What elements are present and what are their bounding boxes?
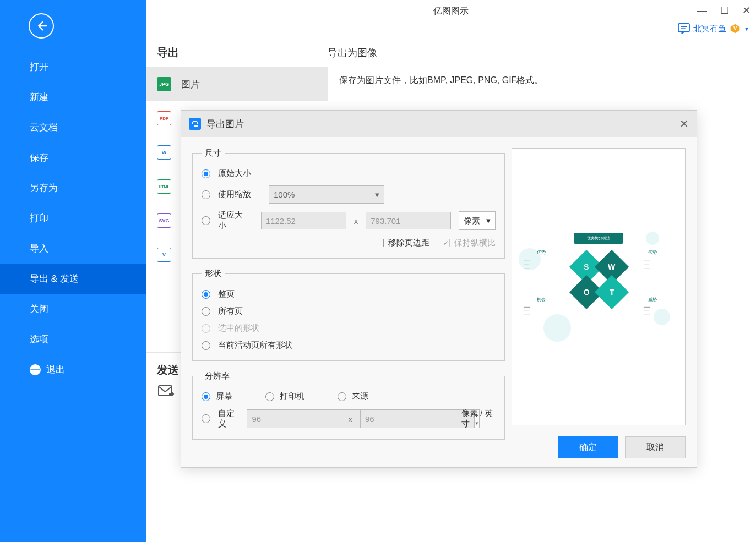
export-item-image[interactable]: JPG 图片	[146, 67, 328, 101]
label-original-size: 原始大小	[218, 168, 251, 179]
sidebar-item-close[interactable]: 关闭	[0, 294, 146, 324]
visio-icon: V	[157, 248, 171, 262]
word-icon: W	[157, 145, 171, 160]
dpi-x-spinner[interactable]: ▲▼	[247, 409, 340, 428]
height-input[interactable]	[366, 212, 451, 229]
swot-txt: ━━━━━━━━━━━	[524, 305, 558, 317]
label-keep-aspect: 保持纵横比	[454, 238, 496, 248]
checkbox-remove-margin[interactable]	[376, 239, 384, 247]
radio-source[interactable]	[338, 392, 346, 401]
radio-original-size[interactable]	[202, 169, 210, 178]
chat-icon	[678, 23, 690, 34]
sidebar-item-exit[interactable]: —退出	[0, 354, 146, 385]
radio-active-page-shapes[interactable]	[202, 341, 210, 350]
sidebar-item-open[interactable]: 打开	[0, 52, 146, 82]
chevron-down-icon: ▾	[375, 190, 379, 200]
dpi-y-spinner[interactable]: ▲▼	[360, 409, 454, 428]
export-subheading: 导出为图像	[328, 46, 756, 59]
arrow-left-icon	[35, 20, 47, 32]
swot-preview: 优劣势分析法 S W O T 优势 劣势 机会 威胁 ━━━━━━━━━━━ ━…	[521, 232, 676, 342]
username-label: 北冥有鱼	[693, 24, 726, 34]
chevron-down-icon: ▾	[486, 216, 491, 226]
svg-text:V: V	[733, 25, 737, 31]
radio-use-zoom[interactable]	[202, 190, 210, 199]
exit-icon: —	[30, 364, 41, 375]
minimize-button[interactable]: —	[697, 5, 707, 17]
dialog-titlebar: 导出图片 ✕	[181, 111, 697, 137]
sidebar-item-export-send[interactable]: 导出 & 发送	[0, 264, 146, 294]
label-selected-shapes: 选中的形状	[218, 323, 259, 333]
radio-full-page[interactable]	[202, 290, 210, 299]
label-remove-margin: 移除页边距	[388, 238, 429, 248]
swot-lbl-w: 劣势	[648, 249, 670, 255]
label-fit-size: 适应大小	[218, 210, 243, 231]
ok-button[interactable]: 确定	[558, 436, 618, 458]
swot-t-box: T	[595, 275, 629, 309]
resolution-legend: 分辨率	[202, 371, 233, 381]
radio-all-pages[interactable]	[202, 307, 210, 316]
dialog-close-button[interactable]: ✕	[679, 117, 689, 130]
export-item-label: 图片	[181, 78, 200, 91]
x-label: x	[348, 414, 352, 424]
radio-selected-shapes	[202, 324, 210, 333]
radio-printer[interactable]	[265, 392, 274, 401]
resolution-fieldset: 分辨率 屏幕 打印机 来源 自定义 ▲▼ x ▲▼ 像素 / 英寸	[192, 371, 505, 440]
html-icon: HTML	[157, 179, 171, 194]
section-header: 导出 导出为图像	[146, 39, 756, 67]
label-screen: 屏幕	[216, 391, 232, 402]
export-heading: 导出	[146, 45, 328, 60]
jpg-icon: JPG	[157, 77, 171, 91]
label-source: 来源	[352, 391, 368, 402]
sidebar-item-save[interactable]: 保存	[0, 143, 146, 173]
back-button[interactable]	[29, 13, 54, 39]
sidebar-item-new[interactable]: 新建	[0, 82, 146, 112]
sidebar-item-saveas[interactable]: 另存为	[0, 173, 146, 203]
cancel-button[interactable]: 取消	[625, 436, 686, 458]
shape-fieldset: 形状 整页 所有页 选中的形状 当前活动页所有形状	[192, 269, 505, 361]
export-detail-text: 保存为图片文件，比如BMP, JPEG, PNG, GIF格式。	[328, 67, 756, 94]
preview-panel: 优劣势分析法 S W O T 优势 劣势 机会 威胁 ━━━━━━━━━━━ ━…	[512, 148, 686, 425]
user-dropdown-caret-icon[interactable]: ▼	[744, 26, 749, 32]
svg-icon: SVG	[157, 213, 171, 228]
maximize-button[interactable]: ☐	[720, 4, 729, 17]
sidebar-item-options[interactable]: 选项	[0, 324, 146, 354]
swot-txt: ━━━━━━━━━━━	[644, 259, 678, 271]
pdf-icon: PDF	[157, 111, 171, 125]
radio-custom[interactable]	[202, 414, 210, 423]
mail-send-icon	[158, 385, 175, 399]
shape-legend: 形状	[202, 269, 225, 279]
label-all-pages: 所有页	[218, 306, 243, 316]
x-label: x	[354, 216, 358, 226]
send-mail-item[interactable]	[158, 385, 175, 402]
vip-badge-icon: V	[730, 23, 741, 34]
size-fieldset: 尺寸 原始大小 使用缩放 100%▾ 适应大小 x 像素▾	[192, 148, 505, 259]
radio-screen[interactable]	[202, 392, 210, 401]
label-printer: 打印机	[280, 391, 304, 402]
label-full-page: 整页	[218, 289, 235, 299]
app-title: 亿图图示	[433, 6, 469, 17]
swot-lbl-s: 优势	[537, 249, 559, 255]
label-custom: 自定义	[218, 408, 239, 429]
dpi-unit-label: 像素 / 英寸	[461, 408, 496, 429]
unit-combo[interactable]: 像素▾	[459, 211, 496, 230]
user-area[interactable]: 北冥有鱼 V ▼	[678, 23, 749, 34]
swot-title: 优劣势分析法	[574, 233, 623, 244]
swot-txt: ━━━━━━━━━━━	[524, 259, 558, 271]
sidebar-item-import[interactable]: 导入	[0, 233, 146, 264]
swot-lbl-t: 威胁	[648, 297, 670, 303]
titlebar: 亿图图示	[146, 0, 756, 22]
sidebar-item-cloud[interactable]: 云文档	[0, 112, 146, 143]
dialog-title-text: 导出图片	[206, 118, 244, 130]
export-image-dialog: 导出图片 ✕ 尺寸 原始大小 使用缩放 100%▾ 适应大小	[181, 110, 697, 468]
window-controls: — ☐ ✕	[697, 4, 750, 17]
label-use-zoom: 使用缩放	[218, 189, 251, 200]
zoom-combo[interactable]: 100%▾	[269, 185, 384, 204]
close-window-button[interactable]: ✕	[742, 4, 750, 17]
svg-rect-0	[678, 24, 689, 32]
app-logo-icon	[189, 118, 201, 130]
sidebar: 打开 新建 云文档 保存 另存为 打印 导入 导出 & 发送 关闭 选项 —退出	[0, 0, 146, 542]
radio-fit-size[interactable]	[202, 216, 210, 225]
label-active-page-shapes: 当前活动页所有形状	[218, 340, 292, 351]
width-input[interactable]	[261, 212, 346, 229]
sidebar-item-print[interactable]: 打印	[0, 203, 146, 233]
